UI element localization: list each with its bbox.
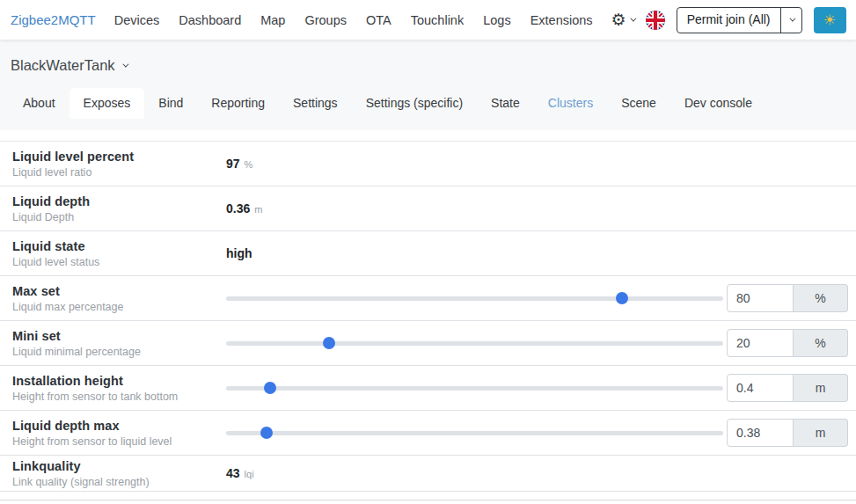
expose-row-linkquality: Linkquality Link quality (signal strengt… (0, 456, 856, 492)
value-text: 43 (226, 466, 240, 480)
nav-item-extensions[interactable]: Extensions (521, 8, 603, 33)
tab-settings[interactable]: Settings (279, 88, 352, 119)
expose-value-zone: % (226, 329, 856, 357)
permit-join-dropdown-toggle[interactable] (780, 8, 801, 33)
section-divider (0, 500, 856, 500)
value-input[interactable] (727, 374, 794, 402)
slider-control: m (226, 419, 848, 447)
expose-value-zone: high (226, 246, 856, 260)
nav-item-logs[interactable]: Logs (473, 8, 520, 33)
expose-description: Liquid minimal percentage (12, 346, 226, 358)
nav-item-touchlink[interactable]: Touchlink (401, 8, 473, 33)
expose-labels: Linkquality Link quality (signal strengt… (0, 459, 226, 488)
readonly-value: 97 % (226, 157, 252, 171)
device-title: BlackWaterTank (11, 57, 115, 74)
expose-description: Liquid level ratio (12, 166, 226, 179)
unit-text: m (254, 204, 262, 215)
expose-label: Max set (12, 284, 226, 298)
value-input-group: m (727, 419, 848, 447)
value-input[interactable] (727, 329, 794, 357)
slider[interactable] (226, 337, 723, 349)
exposes-panel: Liquid level percent Liquid level ratio … (0, 130, 856, 500)
tab-clusters[interactable]: Clusters (534, 88, 607, 119)
expose-labels: Max set Liquid max percentage (0, 284, 226, 313)
expose-value-zone: 97 % (226, 157, 856, 171)
expose-labels: Installation height Height from sensor t… (0, 374, 226, 403)
chevron-down-icon (122, 62, 128, 68)
expose-description: Link quality (signal strength) (12, 476, 226, 488)
tab-state[interactable]: State (477, 88, 534, 119)
slider-thumb[interactable] (616, 292, 628, 304)
nav-links: Devices Dashboard Map Groups OTA Touchli… (105, 8, 603, 33)
tab-reporting[interactable]: Reporting (197, 88, 279, 119)
nav-item-devices[interactable]: Devices (105, 8, 170, 33)
value-text: 0.36 (226, 201, 250, 215)
slider-track[interactable] (226, 431, 723, 435)
expose-value-zone: 0.36 m (226, 201, 856, 215)
expose-label: Liquid state (12, 239, 226, 253)
uk-flag-icon[interactable] (646, 11, 665, 30)
slider-track[interactable] (226, 296, 723, 301)
expose-row-liquid-depth: Liquid depth Liquid Depth 0.36 m (0, 186, 856, 231)
device-tabs: About Exposes Bind Reporting Settings Se… (9, 88, 847, 119)
nav-item-ota[interactable]: OTA (356, 8, 401, 33)
settings-menu-toggle[interactable]: ⚙ (611, 11, 634, 28)
value-input[interactable] (727, 419, 794, 447)
slider-control: m (226, 374, 848, 402)
value-input-group: % (727, 329, 848, 357)
expose-description: Liquid level status (12, 256, 226, 268)
expose-value-zone: % (226, 284, 856, 312)
tab-bind[interactable]: Bind (144, 88, 197, 119)
nav-item-map[interactable]: Map (251, 8, 295, 33)
nav-item-dashboard[interactable]: Dashboard (169, 8, 251, 33)
theme-toggle-button[interactable]: ☀ (814, 7, 846, 33)
chevron-down-icon (789, 16, 795, 22)
unit-addon: % (794, 329, 848, 357)
tab-exposes[interactable]: Exposes (70, 88, 145, 119)
unit-text: % (245, 159, 253, 170)
expose-label: Liquid depth (12, 194, 226, 208)
expose-label: Liquid level percent (12, 150, 226, 164)
chevron-down-icon (630, 16, 636, 22)
brand-link[interactable]: Zigbee2MQTT (11, 12, 96, 27)
slider[interactable] (226, 292, 723, 304)
slider-thumb[interactable] (323, 337, 335, 349)
readonly-value: 0.36 m (226, 201, 262, 215)
slider-thumb[interactable] (264, 382, 276, 394)
tab-about[interactable]: About (9, 88, 70, 119)
unit-addon: % (794, 284, 848, 312)
expose-row-liquid-state: Liquid state Liquid level status high (0, 231, 856, 276)
slider-control: % (226, 284, 848, 312)
expose-row-liquid-depth-max: Liquid depth max Height from sensor to l… (0, 411, 856, 456)
expose-row-installation-height: Installation height Height from sensor t… (0, 366, 856, 411)
tab-dev-console[interactable]: Dev console (670, 88, 766, 119)
value-text: high (226, 246, 252, 260)
readonly-value: high (226, 246, 252, 260)
expose-row-mini-set: Mini set Liquid minimal percentage % (0, 321, 856, 366)
exposes-table: Liquid level percent Liquid level ratio … (0, 141, 856, 492)
expose-description: Height from sensor to liquid level (12, 435, 226, 448)
device-header: BlackWaterTank About Exposes Bind Report… (0, 40, 856, 130)
device-title-dropdown[interactable]: BlackWaterTank (9, 57, 847, 74)
expose-labels: Mini set Liquid minimal percentage (0, 329, 226, 358)
nav-item-groups[interactable]: Groups (295, 8, 356, 33)
slider[interactable] (226, 427, 723, 439)
navbar-right: ⚙ Permit join (All) ☀ (611, 7, 846, 33)
expose-description: Liquid max percentage (12, 301, 226, 313)
top-navbar: Zigbee2MQTT Devices Dashboard Map Groups… (0, 0, 856, 40)
slider-track[interactable] (226, 386, 723, 391)
tab-settings-specific[interactable]: Settings (specific) (352, 88, 477, 119)
slider-track[interactable] (226, 341, 723, 346)
permit-join-button[interactable]: Permit join (All) (677, 7, 802, 33)
gear-icon: ⚙ (611, 11, 626, 28)
expose-labels: Liquid depth max Height from sensor to l… (0, 419, 226, 448)
slider[interactable] (226, 382, 723, 394)
unit-addon: m (794, 374, 848, 402)
expose-value-zone: 43 lqi (226, 466, 856, 480)
slider-thumb[interactable] (260, 427, 273, 439)
expose-description: Height from sensor to tank bottom (12, 391, 226, 403)
expose-value-zone: m (226, 374, 856, 402)
tab-scene[interactable]: Scene (607, 88, 670, 119)
expose-value-zone: m (226, 419, 856, 447)
value-input[interactable] (727, 284, 794, 312)
